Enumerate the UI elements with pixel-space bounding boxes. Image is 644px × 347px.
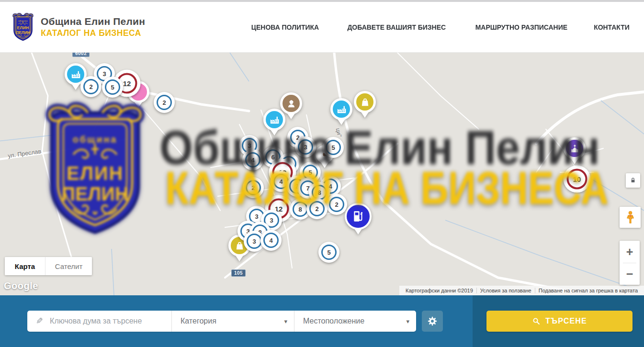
- search-bar: ✎ Категория ▾ Местоположение ▾: [0, 295, 644, 347]
- pin-tail: [135, 102, 142, 108]
- zoom-control: + −: [620, 241, 640, 285]
- bag-icon: [354, 91, 376, 113]
- cluster-count: 8: [312, 185, 327, 200]
- map-cluster[interactable]: 4: [260, 230, 282, 251]
- cluster-count: 2: [309, 201, 325, 216]
- map-attribution: Картографски данни ©2019 Условия за полз…: [399, 286, 644, 295]
- cluster-count: 8: [293, 201, 308, 217]
- cluster-count: 3: [298, 139, 313, 155]
- pin-tail: [321, 162, 328, 168]
- brand[interactable]: Община Елин Пелин КАТАЛОГ НА БИЗНЕСА: [11, 13, 145, 42]
- map-pin-manufacturing[interactable]: [263, 109, 285, 135]
- attribution-terms-link[interactable]: Условия за ползване: [476, 288, 535, 293]
- map-pin-shopping[interactable]: [354, 91, 376, 118]
- markers-layer: 123252233564713544278221282333834510: [0, 53, 644, 295]
- header: Община Елин Пелин КАТАЛОГ НА БИЗНЕСА ЦЕН…: [0, 2, 644, 53]
- location-select[interactable]: Местоположение ▾: [294, 311, 416, 332]
- map-type-map-button[interactable]: Карта: [5, 257, 45, 275]
- search-input-group: ✎ Категория ▾ Местоположение ▾: [27, 311, 416, 332]
- pin-tail: [72, 84, 79, 90]
- pin-tail: [236, 256, 243, 261]
- brand-title: Община Елин Пелин: [41, 16, 145, 27]
- lock-button[interactable]: [626, 173, 640, 188]
- google-logo[interactable]: Google: [4, 280, 38, 291]
- cluster-count: 2: [83, 79, 99, 94]
- municipality-crest-logo: [11, 13, 34, 42]
- cluster-count: 2: [329, 197, 344, 212]
- attribution-report-link[interactable]: Подаване на сигнал за грешка в картата: [535, 288, 641, 293]
- chevron-down-icon: ▾: [406, 318, 409, 325]
- pin-tail: [354, 229, 362, 235]
- pin-tail: [338, 119, 345, 125]
- settings-button[interactable]: [422, 311, 443, 332]
- pencil-icon: ✎: [36, 316, 43, 326]
- search-input[interactable]: [49, 316, 166, 326]
- map-cluster[interactable]: 2: [80, 76, 102, 97]
- map-cluster[interactable]: 2: [243, 177, 264, 198]
- cluster-count: 5: [105, 79, 120, 95]
- keyword-field[interactable]: ✎: [27, 316, 171, 326]
- page: Община Елин Пелин КАТАЛОГ НА БИЗНЕСА ЦЕН…: [0, 0, 644, 347]
- map-cluster[interactable]: 10: [564, 166, 591, 193]
- nav-contacts[interactable]: КОНТАКТИ: [594, 23, 630, 32]
- nav-route-schedule[interactable]: МАРШРУТНО РАЗПИСАНИЕ: [475, 23, 567, 32]
- map-cluster[interactable]: 4: [242, 149, 263, 170]
- map-type-satellite-button[interactable]: Сателит: [45, 257, 92, 275]
- attribution-copyright: Картографски данни ©2019: [402, 288, 476, 293]
- cluster-count: 5: [326, 140, 341, 155]
- cluster-count: 2: [157, 95, 172, 110]
- map-canvas[interactable]: ул. Преслав бул. „Новосел ци" 6002 105 1…: [0, 53, 644, 295]
- lock-icon: [630, 177, 636, 184]
- chevron-down-icon: ▾: [284, 318, 287, 325]
- search-button-label: ТЪРСЕНЕ: [545, 317, 587, 325]
- location-value: Местоположение: [303, 317, 364, 325]
- zoom-out-button[interactable]: −: [620, 263, 640, 285]
- factory-icon: [263, 109, 285, 131]
- map-cluster[interactable]: 2: [326, 194, 347, 215]
- cluster-count: 4: [245, 152, 260, 168]
- cluster-count: 10: [567, 169, 588, 190]
- main-nav: ЦЕНОВА ПОЛИТИКА ДОБАВЕТЕ ВАШИЯТ БИЗНЕС М…: [248, 23, 632, 32]
- pin-tail: [571, 158, 578, 164]
- cluster-count: 4: [263, 233, 279, 248]
- map-pin-church[interactable]: [564, 137, 586, 164]
- factory-icon: [330, 98, 352, 120]
- map-cluster[interactable]: 3: [295, 136, 316, 157]
- map-cluster[interactable]: 5: [323, 137, 344, 158]
- brand-subtitle: КАТАЛОГ НА БИЗНЕСА: [41, 28, 143, 38]
- zoom-in-button[interactable]: +: [620, 241, 640, 263]
- nav-pricing-policy[interactable]: ЦЕНОВА ПОЛИТИКА: [251, 23, 319, 32]
- map-cluster[interactable]: 5: [318, 242, 339, 263]
- map-pin-fuel-station[interactable]: [345, 203, 372, 235]
- gear-icon: [427, 316, 438, 326]
- fuel-icon: [345, 203, 372, 230]
- church-icon: [564, 137, 586, 159]
- cluster-count: 2: [246, 180, 261, 195]
- pin-tail: [271, 130, 278, 135]
- cluster-count: 5: [321, 245, 337, 260]
- search-button[interactable]: ТЪРСЕНЕ: [486, 311, 633, 332]
- category-select[interactable]: Категория ▾: [171, 311, 294, 332]
- map-type-control: Карта Сателит: [5, 257, 92, 275]
- map-cluster[interactable]: 5: [102, 77, 123, 98]
- nav-add-your-business[interactable]: ДОБАВЕТЕ ВАШИЯТ БИЗНЕС: [347, 23, 446, 32]
- brand-text: Община Елин Пелин КАТАЛОГ НА БИЗНЕСА: [41, 16, 145, 38]
- map-pin-manufacturing[interactable]: [330, 98, 352, 125]
- map-cluster[interactable]: 2: [154, 92, 175, 113]
- pegman-icon: [625, 211, 635, 224]
- map-cluster[interactable]: 2: [306, 198, 328, 219]
- cluster-count: 3: [247, 234, 262, 249]
- pin-tail: [361, 112, 369, 118]
- pegman-control[interactable]: [620, 207, 641, 228]
- pin-tail: [287, 113, 295, 119]
- search-icon: [532, 317, 541, 325]
- category-value: Категория: [181, 317, 216, 325]
